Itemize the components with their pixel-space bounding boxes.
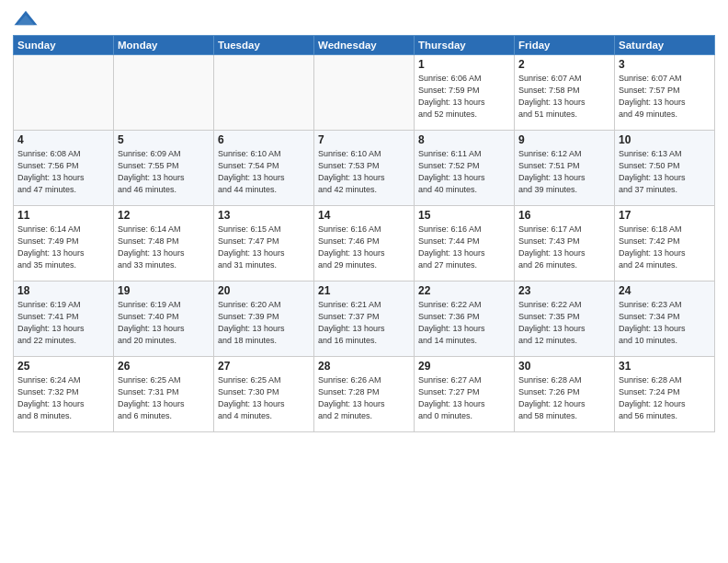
- calendar-table: SundayMondayTuesdayWednesdayThursdayFrid…: [13, 35, 715, 432]
- day-info: Sunrise: 6:28 AM Sunset: 7:26 PM Dayligh…: [518, 374, 610, 422]
- day-info: Sunrise: 6:18 AM Sunset: 7:42 PM Dayligh…: [619, 224, 711, 271]
- day-info: Sunrise: 6:06 AM Sunset: 7:59 PM Dayligh…: [418, 73, 510, 121]
- calendar-cell: 2Sunrise: 6:07 AM Sunset: 7:58 PM Daylig…: [515, 55, 615, 131]
- day-number: 2: [518, 58, 610, 71]
- logo: [13, 9, 42, 29]
- calendar-header-thursday: Thursday: [415, 36, 515, 55]
- day-info: Sunrise: 6:15 AM Sunset: 7:47 PM Dayligh…: [218, 224, 310, 271]
- calendar-cell: 23Sunrise: 6:22 AM Sunset: 7:35 PM Dayli…: [515, 282, 615, 357]
- day-info: Sunrise: 6:20 AM Sunset: 7:39 PM Dayligh…: [218, 299, 310, 347]
- calendar-cell: 11Sunrise: 6:14 AM Sunset: 7:49 PM Dayli…: [14, 206, 114, 282]
- day-number: 15: [418, 209, 510, 222]
- calendar-cell: 17Sunrise: 6:18 AM Sunset: 7:42 PM Dayli…: [615, 206, 715, 282]
- calendar-header-tuesday: Tuesday: [214, 36, 314, 55]
- day-number: 20: [218, 284, 310, 297]
- calendar-week-0: 1Sunrise: 6:06 AM Sunset: 7:59 PM Daylig…: [14, 55, 715, 131]
- day-info: Sunrise: 6:22 AM Sunset: 7:35 PM Dayligh…: [518, 299, 610, 347]
- page: SundayMondayTuesdayWednesdayThursdayFrid…: [0, 0, 728, 563]
- calendar-week-1: 4Sunrise: 6:08 AM Sunset: 7:56 PM Daylig…: [14, 131, 715, 206]
- day-number: 30: [518, 360, 610, 373]
- logo-icon: [13, 9, 39, 29]
- day-info: Sunrise: 6:12 AM Sunset: 7:51 PM Dayligh…: [518, 148, 610, 196]
- day-number: 6: [218, 133, 310, 146]
- calendar-header-wednesday: Wednesday: [314, 36, 415, 55]
- calendar-cell: 1Sunrise: 6:06 AM Sunset: 7:59 PM Daylig…: [415, 55, 515, 131]
- day-number: 11: [17, 209, 109, 222]
- day-number: 21: [318, 284, 410, 297]
- day-number: 5: [118, 133, 210, 146]
- calendar-header-friday: Friday: [515, 36, 615, 55]
- day-number: 12: [118, 209, 210, 222]
- day-number: 3: [619, 58, 711, 71]
- day-number: 14: [318, 209, 410, 222]
- calendar-cell: 7Sunrise: 6:10 AM Sunset: 7:53 PM Daylig…: [314, 131, 415, 206]
- day-number: 26: [118, 360, 210, 373]
- day-info: Sunrise: 6:19 AM Sunset: 7:40 PM Dayligh…: [118, 299, 210, 347]
- day-number: 9: [518, 133, 610, 146]
- calendar-cell: [114, 55, 214, 131]
- calendar-cell: 20Sunrise: 6:20 AM Sunset: 7:39 PM Dayli…: [214, 282, 314, 357]
- day-info: Sunrise: 6:24 AM Sunset: 7:32 PM Dayligh…: [17, 374, 109, 422]
- day-info: Sunrise: 6:28 AM Sunset: 7:24 PM Dayligh…: [619, 374, 711, 422]
- calendar-week-3: 18Sunrise: 6:19 AM Sunset: 7:41 PM Dayli…: [14, 282, 715, 357]
- day-info: Sunrise: 6:09 AM Sunset: 7:55 PM Dayligh…: [118, 148, 210, 196]
- calendar-cell: 27Sunrise: 6:25 AM Sunset: 7:30 PM Dayli…: [214, 357, 314, 432]
- day-number: 17: [619, 209, 711, 222]
- day-number: 7: [318, 133, 410, 146]
- day-number: 31: [619, 360, 711, 373]
- day-info: Sunrise: 6:14 AM Sunset: 7:48 PM Dayligh…: [118, 224, 210, 271]
- day-number: 13: [218, 209, 310, 222]
- calendar-cell: [314, 55, 415, 131]
- day-number: 28: [318, 360, 410, 373]
- day-number: 10: [619, 133, 711, 146]
- day-info: Sunrise: 6:25 AM Sunset: 7:30 PM Dayligh…: [218, 374, 310, 422]
- calendar-cell: 4Sunrise: 6:08 AM Sunset: 7:56 PM Daylig…: [14, 131, 114, 206]
- calendar-cell: 14Sunrise: 6:16 AM Sunset: 7:46 PM Dayli…: [314, 206, 415, 282]
- calendar-cell: 25Sunrise: 6:24 AM Sunset: 7:32 PM Dayli…: [14, 357, 114, 432]
- day-info: Sunrise: 6:27 AM Sunset: 7:27 PM Dayligh…: [418, 374, 510, 422]
- calendar-header-monday: Monday: [114, 36, 214, 55]
- calendar-cell: 16Sunrise: 6:17 AM Sunset: 7:43 PM Dayli…: [515, 206, 615, 282]
- calendar-cell: [14, 55, 114, 131]
- day-number: 25: [17, 360, 109, 373]
- calendar-cell: 26Sunrise: 6:25 AM Sunset: 7:31 PM Dayli…: [114, 357, 214, 432]
- calendar-cell: 12Sunrise: 6:14 AM Sunset: 7:48 PM Dayli…: [114, 206, 214, 282]
- day-info: Sunrise: 6:25 AM Sunset: 7:31 PM Dayligh…: [118, 374, 210, 422]
- calendar-cell: 8Sunrise: 6:11 AM Sunset: 7:52 PM Daylig…: [415, 131, 515, 206]
- calendar-header-saturday: Saturday: [615, 36, 715, 55]
- calendar-week-2: 11Sunrise: 6:14 AM Sunset: 7:49 PM Dayli…: [14, 206, 715, 282]
- calendar-cell: 29Sunrise: 6:27 AM Sunset: 7:27 PM Dayli…: [415, 357, 515, 432]
- day-info: Sunrise: 6:13 AM Sunset: 7:50 PM Dayligh…: [619, 148, 711, 196]
- day-info: Sunrise: 6:16 AM Sunset: 7:44 PM Dayligh…: [418, 224, 510, 271]
- calendar-cell: 15Sunrise: 6:16 AM Sunset: 7:44 PM Dayli…: [415, 206, 515, 282]
- calendar-cell: [214, 55, 314, 131]
- day-number: 8: [418, 133, 510, 146]
- calendar-cell: 13Sunrise: 6:15 AM Sunset: 7:47 PM Dayli…: [214, 206, 314, 282]
- day-number: 4: [17, 133, 109, 146]
- calendar-cell: 3Sunrise: 6:07 AM Sunset: 7:57 PM Daylig…: [615, 55, 715, 131]
- calendar-cell: 21Sunrise: 6:21 AM Sunset: 7:37 PM Dayli…: [314, 282, 415, 357]
- day-number: 19: [118, 284, 210, 297]
- calendar-cell: 19Sunrise: 6:19 AM Sunset: 7:40 PM Dayli…: [114, 282, 214, 357]
- calendar-cell: 5Sunrise: 6:09 AM Sunset: 7:55 PM Daylig…: [114, 131, 214, 206]
- day-info: Sunrise: 6:07 AM Sunset: 7:58 PM Dayligh…: [518, 73, 610, 121]
- day-info: Sunrise: 6:19 AM Sunset: 7:41 PM Dayligh…: [17, 299, 109, 347]
- calendar-header-row: SundayMondayTuesdayWednesdayThursdayFrid…: [14, 36, 715, 55]
- day-info: Sunrise: 6:16 AM Sunset: 7:46 PM Dayligh…: [318, 224, 410, 271]
- day-info: Sunrise: 6:26 AM Sunset: 7:28 PM Dayligh…: [318, 374, 410, 422]
- day-info: Sunrise: 6:07 AM Sunset: 7:57 PM Dayligh…: [619, 73, 711, 121]
- day-info: Sunrise: 6:23 AM Sunset: 7:34 PM Dayligh…: [619, 299, 711, 347]
- day-info: Sunrise: 6:11 AM Sunset: 7:52 PM Dayligh…: [418, 148, 510, 196]
- header: [13, 9, 715, 29]
- calendar-cell: 31Sunrise: 6:28 AM Sunset: 7:24 PM Dayli…: [615, 357, 715, 432]
- calendar-cell: 6Sunrise: 6:10 AM Sunset: 7:54 PM Daylig…: [214, 131, 314, 206]
- calendar-cell: 10Sunrise: 6:13 AM Sunset: 7:50 PM Dayli…: [615, 131, 715, 206]
- day-number: 29: [418, 360, 510, 373]
- day-number: 16: [518, 209, 610, 222]
- calendar-cell: 9Sunrise: 6:12 AM Sunset: 7:51 PM Daylig…: [515, 131, 615, 206]
- day-info: Sunrise: 6:21 AM Sunset: 7:37 PM Dayligh…: [318, 299, 410, 347]
- calendar-header-sunday: Sunday: [14, 36, 114, 55]
- day-number: 24: [619, 284, 711, 297]
- day-number: 18: [17, 284, 109, 297]
- calendar-cell: 28Sunrise: 6:26 AM Sunset: 7:28 PM Dayli…: [314, 357, 415, 432]
